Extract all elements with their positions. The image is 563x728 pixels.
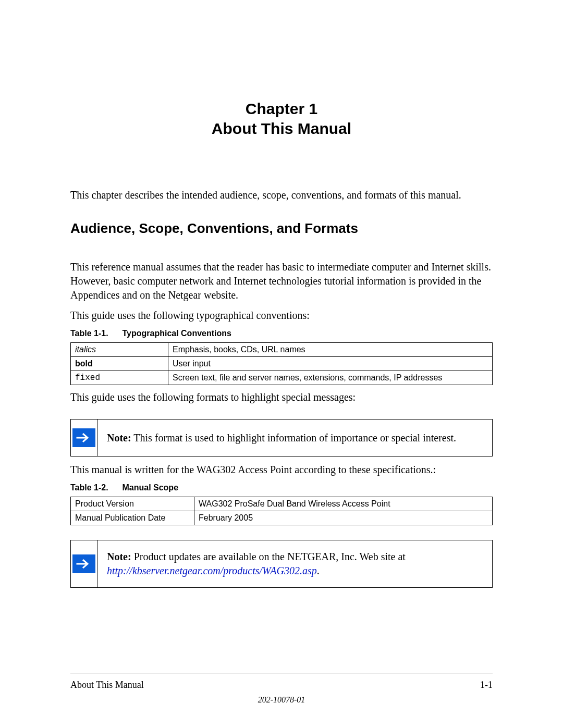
body-paragraph: This guide uses the following typographi…	[70, 309, 493, 323]
section-heading: Audience, Scope, Conventions, and Format…	[70, 220, 493, 237]
note-suffix: .	[317, 565, 320, 576]
table-number: Table 1-1.	[70, 329, 120, 338]
arrow-right-icon	[72, 554, 95, 573]
intro-paragraph: This chapter describes the intended audi…	[70, 188, 493, 202]
table-cell: Screen text, file and server names, exte…	[168, 371, 493, 385]
table-row: fixed Screen text, file and server names…	[71, 371, 493, 385]
body-paragraph: This manual is written for the WAG302 Ac…	[70, 463, 493, 477]
note-box: Note: Product updates are available on t…	[70, 540, 493, 588]
table-cell: February 2005	[194, 511, 493, 525]
table-title: Typographical Conventions	[122, 329, 231, 338]
note-text: This format is used to highlight informa…	[131, 432, 456, 443]
document-page: Chapter 1 About This Manual This chapter…	[0, 0, 563, 728]
table-cell: Manual Publication Date	[71, 511, 194, 525]
table-cell: bold	[71, 357, 168, 371]
table-cell: User input	[168, 357, 493, 371]
arrow-right-icon	[72, 428, 95, 447]
chapter-title: Chapter 1 About This Manual	[70, 99, 493, 138]
footer-line: About This Manual 1-1	[70, 680, 493, 690]
body-paragraph: This guide uses the following formats to…	[70, 390, 493, 404]
table-row: bold User input	[71, 357, 493, 371]
note-box: Note: This format is used to highlight i…	[70, 419, 493, 456]
chapter-number: Chapter 1	[70, 99, 493, 119]
table-row: Manual Publication Date February 2005	[71, 511, 493, 525]
table-cell: Emphasis, books, CDs, URL names	[168, 343, 493, 357]
document-number: 202-10078-01	[0, 695, 563, 705]
table-caption: Table 1-1. Typographical Conventions	[70, 329, 493, 338]
body-paragraph: This reference manual assumes that the r…	[70, 260, 493, 302]
typographical-conventions-table: italics Emphasis, books, CDs, URL names …	[70, 342, 493, 385]
table-caption: Table 1-2. Manual Scope	[70, 483, 493, 492]
chapter-name: About This Manual	[70, 119, 493, 139]
footer-rule	[70, 673, 493, 673]
note-link[interactable]: http://kbserver.netgear.com/products/WAG…	[107, 565, 317, 576]
footer-left: About This Manual	[70, 680, 144, 690]
footer-right: 1-1	[480, 680, 493, 690]
note-body: Note: This format is used to highlight i…	[97, 419, 492, 456]
table-title: Manual Scope	[122, 483, 178, 492]
table-cell: WAG302 ProSafe Dual Band Wireless Access…	[194, 497, 493, 511]
table-number: Table 1-2.	[70, 483, 120, 492]
note-text: Product updates are available on the NET…	[131, 551, 406, 562]
note-prefix: Note:	[107, 432, 131, 443]
table-cell: Product Version	[71, 497, 194, 511]
note-body: Note: Product updates are available on t…	[97, 540, 492, 587]
table-row: Product Version WAG302 ProSafe Dual Band…	[71, 497, 493, 511]
table-row: italics Emphasis, books, CDs, URL names	[71, 343, 493, 357]
manual-scope-table: Product Version WAG302 ProSafe Dual Band…	[70, 497, 493, 525]
table-cell: italics	[71, 343, 168, 357]
note-icon-cell	[71, 540, 97, 587]
note-prefix: Note:	[107, 551, 131, 562]
note-icon-cell	[71, 419, 97, 456]
table-cell: fixed	[71, 371, 168, 385]
